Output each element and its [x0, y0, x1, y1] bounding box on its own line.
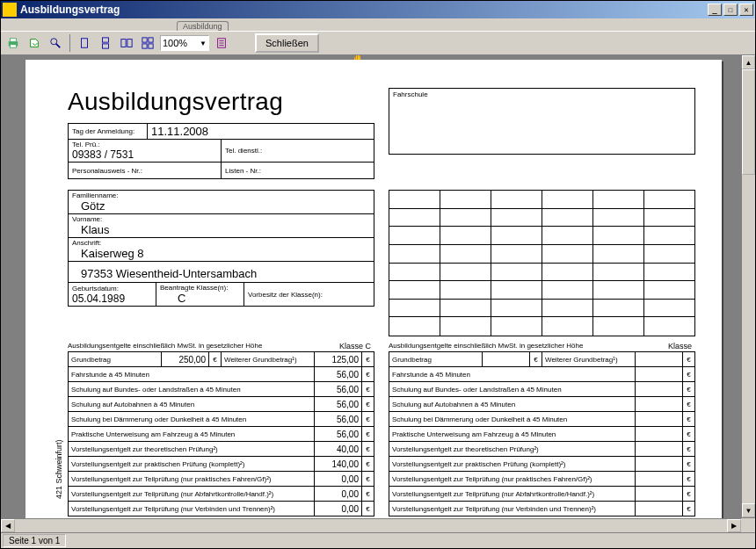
maximize-button[interactable]: ☐ — [723, 4, 738, 16]
fee-row: Vorstellungsentgelt zur Teilprüfung (nur… — [389, 502, 694, 516]
fee-row: Grundbetrag€Weiterer Grundbetrag¹)€ — [389, 352, 694, 367]
person-box: Familienname:Götz Vorname:Klaus Anschrif… — [68, 190, 374, 307]
persausweis-label: Personalausweis - Nr.: — [72, 167, 217, 175]
scroll-down-icon[interactable]: ▼ — [742, 503, 755, 517]
vertical-scrollbar[interactable]: ▲ ▼ — [741, 55, 755, 517]
vorname-value: Klaus — [72, 223, 370, 236]
geburtsdatum-value: 05.04.1989 — [72, 293, 152, 305]
anschrift1-value: Kaiserweg 8 — [72, 247, 370, 260]
klasse-a-label: Klasse C — [339, 342, 374, 350]
svg-rect-13 — [149, 44, 153, 48]
anmeldung-value: 11.11.2008 — [151, 125, 370, 138]
fee-row: Vorstellungsentgelt zur praktischen Prüf… — [69, 457, 374, 472]
svg-rect-8 — [121, 40, 126, 47]
svg-rect-12 — [142, 44, 147, 48]
zoom-combo[interactable]: 100%▼ — [160, 35, 209, 51]
window-title: Ausbildungsvertrag — [20, 4, 120, 16]
page-indicator: Seite 1 von 1 — [3, 534, 66, 547]
svg-rect-11 — [149, 38, 153, 42]
scroll-right-icon[interactable]: ▶ — [727, 519, 741, 532]
scroll-thumb-v[interactable] — [742, 69, 755, 175]
teldienst-label: Tel. dienstl.: — [225, 147, 370, 155]
klasse-value: C — [160, 292, 240, 305]
document-title: Ausbildungsvertrag — [68, 88, 374, 116]
svg-rect-6 — [103, 38, 109, 42]
familienname-value: Götz — [72, 199, 370, 213]
app-window: Ausbildungsvertrag _ ☐ ✕ Ausbildung 100%… — [0, 0, 756, 549]
continuous-page-button[interactable] — [97, 34, 114, 52]
fee-row: Fahrstunde à 45 Minuten€ — [389, 367, 694, 382]
svg-rect-7 — [103, 44, 109, 48]
fees-header-right: Ausbildungsentgelte einschließlich MwSt.… — [389, 342, 583, 350]
tab-strip: Ausbildung — [1, 18, 755, 31]
fee-row: Vorstellungsentgelt zur theoretischen Pr… — [69, 442, 374, 457]
fee-row: Grundbetrag250,00€Weiterer Grundbetrag¹)… — [69, 352, 374, 367]
toolbar: 100%▼ Schließen — [1, 31, 755, 55]
fee-row: Schulung auf Bundes- oder Landstraßen à … — [69, 382, 374, 397]
close-button[interactable]: Schließen — [255, 33, 319, 53]
fahrschule-box: Fahrschule — [389, 88, 695, 155]
fee-row: Vorstellungsentgelt zur Teilprüfung (nur… — [389, 487, 694, 502]
scroll-corner — [741, 518, 755, 532]
fee-row: Schulung bei Dämmerung oder Dunkelheit à… — [69, 412, 374, 427]
status-bar: Seite 1 von 1 — [1, 532, 755, 548]
fee-row: Fahrstunde à 45 Minuten56,00€ — [69, 367, 374, 382]
anmeldung-label: Tag der Anmeldung: — [72, 127, 143, 135]
blank-grid — [389, 190, 695, 336]
scroll-left-icon[interactable]: ◀ — [1, 519, 15, 532]
fees-table-right: Grundbetrag€Weiterer Grundbetrag¹)€Fahrs… — [389, 351, 695, 516]
facing-page-button[interactable] — [118, 34, 135, 52]
fee-row: Schulung auf Autobahnen à 45 Minuten56,0… — [69, 397, 374, 412]
fee-row: Praktische Unterweisung am Fahrzeug à 45… — [389, 427, 694, 442]
svg-rect-1 — [11, 39, 17, 42]
svg-rect-5 — [82, 39, 88, 48]
telpru-value: 09383 / 7531 — [72, 148, 217, 161]
fee-row: Schulung auf Bundes- oder Landstraßen à … — [389, 382, 694, 397]
thumbnails-button[interactable] — [139, 34, 156, 52]
svg-rect-2 — [11, 45, 17, 48]
fees-table-left: Grundbetrag250,00€Weiterer Grundbetrag¹)… — [68, 351, 374, 516]
export-button[interactable] — [25, 34, 43, 52]
svg-rect-9 — [127, 40, 132, 47]
horizontal-scrollbar[interactable]: ◀ ▶ — [1, 518, 741, 532]
registration-box: Tag der Anmeldung: 11.11.2008 Tel. Prü.:… — [68, 123, 374, 179]
fee-row: Vorstellungsentgelt zur Teilprüfung (nur… — [69, 502, 374, 516]
fit-width-button[interactable] — [213, 34, 230, 52]
minimize-button[interactable]: _ — [708, 4, 722, 16]
close-window-button[interactable]: ✕ — [739, 4, 753, 16]
scroll-up-icon[interactable]: ▲ — [742, 55, 755, 69]
rotated-text: 421 Schweinfurt) — [55, 439, 63, 499]
fee-row: Vorstellungsentgelt zur Teilprüfung (nur… — [389, 472, 694, 487]
fees-header-left: Ausbildungsentgelte einschließlich MwSt.… — [68, 342, 262, 350]
background-tab[interactable]: Ausbildung — [177, 21, 229, 31]
svg-rect-10 — [142, 38, 147, 42]
listen-label: Listen - Nr.: — [225, 167, 370, 175]
app-icon — [3, 3, 17, 17]
document-viewer[interactable]: ✋ 421 Schweinfurt) Ausbildungsvertrag Ta… — [1, 55, 755, 532]
anschrift2-value: 97353 Wiesentheid-Untersambach — [72, 267, 370, 280]
fee-row: Vorstellungsentgelt zur praktischen Prüf… — [389, 457, 694, 472]
title-bar[interactable]: Ausbildungsvertrag _ ☐ ✕ — [1, 1, 755, 18]
fee-row: Schulung auf Autobahnen à 45 Minuten€ — [389, 397, 694, 412]
fee-row: Vorstellungsentgelt zur Teilprüfung (nur… — [69, 472, 374, 487]
fee-row: Vorstellungsentgelt zur Teilprüfung (nur… — [69, 487, 374, 502]
svg-line-4 — [56, 44, 60, 47]
fee-row: Vorstellungsentgelt zur theoretischen Pr… — [389, 442, 694, 457]
svg-point-3 — [51, 39, 57, 45]
print-button[interactable] — [4, 34, 22, 52]
find-button[interactable] — [47, 34, 64, 52]
klasse-b-label: Klasse — [668, 342, 695, 350]
telpru-label: Tel. Prü.: — [72, 141, 217, 148]
fee-row: Schulung bei Dämmerung oder Dunkelheit à… — [389, 412, 694, 427]
fee-row: Praktische Unterweisung am Fahrzeug à 45… — [69, 427, 374, 442]
page-1: 421 Schweinfurt) Ausbildungsvertrag Tag … — [25, 60, 722, 532]
single-page-button[interactable] — [76, 34, 93, 52]
